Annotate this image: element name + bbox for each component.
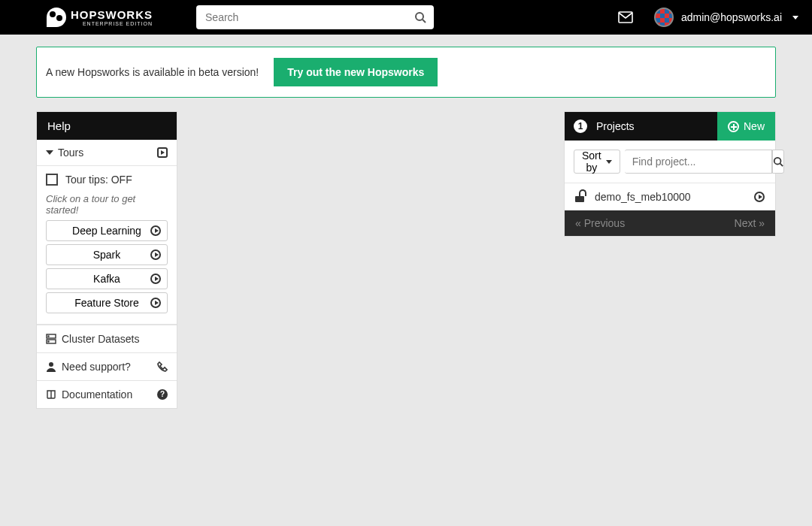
user-menu[interactable]: admin@hopsworks.ai: [654, 8, 798, 27]
avatar: [654, 8, 674, 27]
projects-header: 1 Projects New: [565, 112, 775, 141]
find-project-input[interactable]: [625, 150, 772, 174]
project-row[interactable]: demo_fs_meb10000: [565, 183, 775, 210]
help-icon: ?: [157, 389, 168, 400]
unlock-icon: [575, 192, 586, 202]
chevron-down-icon: [792, 16, 798, 20]
play-icon[interactable]: [754, 192, 765, 202]
tours-hint: Click on a tour to get started!: [46, 193, 168, 216]
help-panel: Help Tours Tour tips: OFF Click on a tou…: [36, 111, 177, 409]
help-header: Help: [37, 112, 177, 140]
sort-dropdown[interactable]: Sort by: [574, 150, 620, 174]
search-icon[interactable]: [414, 11, 426, 23]
play-icon: [150, 249, 161, 260]
tour-tips-label: Tour tips: OFF: [65, 174, 132, 186]
top-nav: HOPSWORKS ENTERPRISE EDITION admin@hopsw…: [0, 0, 812, 35]
chevron-down-icon: [46, 150, 53, 155]
new-project-button[interactable]: New: [717, 112, 775, 141]
beta-banner: A new Hopsworks is available in beta ver…: [36, 47, 776, 98]
play-icon: [150, 298, 161, 308]
global-search: [196, 5, 434, 29]
caret-down-icon: [606, 160, 612, 164]
projects-count-badge: 1: [574, 119, 587, 133]
plus-icon: [728, 121, 739, 132]
svg-point-7: [49, 362, 53, 367]
phone-icon: [157, 361, 168, 372]
prev-page[interactable]: « Previous: [575, 217, 625, 229]
project-name: demo_fs_meb10000: [595, 191, 691, 203]
person-icon: [46, 361, 56, 372]
projects-panel: 1 Projects New Sort by: [564, 111, 776, 237]
svg-point-0: [416, 13, 423, 20]
try-new-hopsworks-button[interactable]: Try out the new Hopsworks: [274, 58, 438, 86]
user-email: admin@hopsworks.ai: [681, 11, 782, 23]
tour-feature-store[interactable]: Feature Store: [46, 292, 168, 313]
svg-line-11: [780, 164, 783, 167]
brand-logo[interactable]: HOPSWORKS ENTERPRISE EDITION: [47, 8, 153, 27]
video-icon[interactable]: [157, 147, 168, 158]
projects-title: Projects: [596, 120, 635, 132]
projects-toolbar: Sort by: [565, 141, 775, 183]
book-icon: [46, 389, 56, 400]
svg-point-5: [48, 336, 49, 337]
tours-body: Tour tips: OFF Click on a tour to get st…: [37, 166, 177, 325]
find-project-button[interactable]: [772, 150, 784, 174]
svg-point-6: [48, 341, 49, 342]
svg-point-10: [774, 158, 780, 165]
projects-pagination: « Previous Next »: [565, 210, 775, 236]
play-icon: [150, 225, 161, 236]
brand-name: HOPSWORKS: [71, 8, 153, 21]
search-input[interactable]: [196, 5, 434, 29]
checkbox-icon[interactable]: [46, 174, 58, 186]
svg-line-1: [423, 20, 426, 23]
hopsworks-logo-icon: [47, 8, 66, 27]
tour-spark[interactable]: Spark: [46, 244, 168, 265]
messages-icon[interactable]: [618, 11, 633, 23]
brand-edition: ENTERPRISE EDITION: [71, 21, 153, 26]
tours-label: Tours: [58, 147, 83, 159]
tour-kafka[interactable]: Kafka: [46, 268, 168, 289]
next-page[interactable]: Next »: [735, 217, 765, 229]
cluster-datasets-link[interactable]: Cluster Datasets: [37, 325, 177, 352]
tours-toggle[interactable]: Tours: [37, 140, 177, 166]
need-support-link[interactable]: Need support?: [37, 352, 177, 380]
server-icon: [46, 334, 56, 344]
play-icon: [150, 274, 161, 284]
banner-text: A new Hopsworks is available in beta ver…: [46, 66, 259, 78]
documentation-link[interactable]: Documentation ?: [37, 380, 177, 408]
svg-text:?: ?: [160, 390, 165, 398]
tour-tips-toggle[interactable]: Tour tips: OFF: [46, 174, 168, 186]
tour-deep-learning[interactable]: Deep Learning: [46, 220, 168, 241]
